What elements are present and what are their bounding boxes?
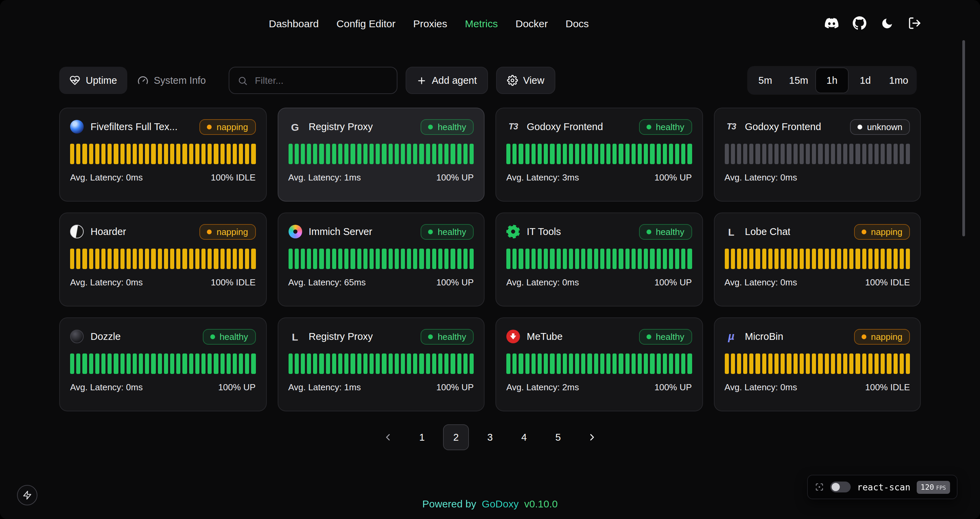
footer-brand[interactable]: GoDoxy [482, 498, 519, 509]
nav-item-docker[interactable]: Docker [515, 18, 548, 29]
status-label: healthy [656, 121, 684, 132]
service-name: Fivefilters Full Tex... [91, 121, 178, 132]
page-5[interactable]: 5 [545, 424, 571, 450]
status-label: healthy [438, 121, 466, 132]
status-dot [861, 229, 866, 234]
uptime-bars [288, 353, 474, 374]
service-card-hoarder[interactable]: HoardernappingAvg. Latency: 0ms100% IDLE [59, 212, 266, 307]
latency-label: Avg. Latency: 1ms [288, 382, 361, 392]
status-label: napping [871, 331, 902, 342]
microbin-icon: µ [724, 330, 738, 343]
status-badge: healthy [421, 224, 474, 240]
status-label: healthy [220, 331, 248, 342]
t3-icon: T3 [506, 120, 520, 134]
search-icon [237, 75, 247, 85]
nav-item-metrics[interactable]: Metrics [465, 18, 498, 29]
time-range-5m[interactable]: 5m [749, 67, 782, 93]
status-badge: healthy [421, 119, 474, 134]
filter-input[interactable] [253, 74, 388, 86]
uptime-bars [288, 249, 474, 269]
discord-icon[interactable] [825, 16, 838, 30]
status-badge: healthy [639, 224, 692, 240]
github-icon[interactable] [853, 16, 866, 30]
fps-badge: 120 FPS [916, 481, 950, 493]
service-card-godoxy-frontend[interactable]: T3Godoxy FrontendhealthyAvg. Latency: 3m… [495, 108, 703, 201]
next-page-button[interactable] [579, 424, 605, 450]
status-dot [861, 334, 866, 339]
letter-L-icon: L [288, 330, 302, 343]
latency-label: Avg. Latency: 3ms [506, 172, 579, 182]
latency-label: Avg. Latency: 0ms [70, 277, 143, 287]
time-range-1h[interactable]: 1h [815, 67, 849, 93]
view-label: View [523, 75, 544, 86]
service-card-dozzle[interactable]: DozzlehealthyAvg. Latency: 0ms100% UP [59, 318, 266, 411]
service-card-it-tools[interactable]: IT ToolshealthyAvg. Latency: 0ms100% UP [495, 212, 703, 307]
page-2[interactable]: 2 [443, 424, 469, 450]
react-scan-widget: react-scan 120 FPS [808, 475, 958, 499]
nav-item-config-editor[interactable]: Config Editor [337, 18, 395, 29]
add-agent-button[interactable]: Add agent [405, 67, 488, 94]
uptime-bars [724, 353, 910, 374]
uptime-bars [724, 249, 910, 269]
scrollbar-thumb[interactable] [962, 40, 965, 236]
service-card-fivefilters-full-tex[interactable]: Fivefilters Full Tex...nappingAvg. Laten… [59, 108, 266, 201]
uptime-label: 100% UP [654, 277, 692, 287]
service-card-registry-proxy[interactable]: GRegistry ProxyhealthyAvg. Latency: 1ms1… [277, 108, 485, 201]
time-range-1d[interactable]: 1d [849, 67, 882, 93]
uptime-label: 100% IDLE [211, 277, 256, 287]
nav-item-dashboard[interactable]: Dashboard [269, 18, 319, 29]
service-card-immich-server[interactable]: Immich ServerhealthyAvg. Latency: 65ms10… [277, 212, 485, 307]
react-scan-label: react-scan [857, 482, 911, 492]
status-label: napping [216, 121, 248, 132]
page-4[interactable]: 4 [511, 424, 537, 450]
service-card-microbin[interactable]: µMicroBinnappingAvg. Latency: 0ms100% ID… [714, 318, 921, 411]
tab-system-info[interactable]: System Info [127, 67, 216, 94]
status-dot [646, 229, 651, 234]
service-card-metube[interactable]: MeTubehealthyAvg. Latency: 2ms100% UP [495, 318, 703, 411]
service-name: Dozzle [91, 331, 121, 342]
service-name: MeTube [527, 331, 563, 342]
service-name: IT Tools [527, 226, 561, 237]
service-name: Registry Proxy [309, 121, 373, 132]
theme-zap-button[interactable] [17, 485, 37, 505]
status-dot [858, 124, 862, 129]
footer: Powered by GoDoxy v0.10.0 [0, 498, 980, 509]
latency-label: Avg. Latency: 0ms [724, 277, 797, 287]
gauge-icon [137, 75, 148, 86]
page-3[interactable]: 3 [477, 424, 503, 450]
latency-label: Avg. Latency: 0ms [506, 277, 579, 287]
uptime-bars [724, 144, 910, 164]
service-card-godoxy-frontend[interactable]: T3Godoxy FrontendunknownAvg. Latency: 0m… [714, 108, 921, 201]
nav-item-proxies[interactable]: Proxies [413, 18, 447, 29]
time-range-15m[interactable]: 15m [782, 67, 815, 93]
dark-mode-icon[interactable] [881, 17, 894, 30]
view-button[interactable]: View [496, 67, 555, 94]
status-dot [207, 124, 212, 129]
pagination: 12345 [375, 424, 605, 450]
uptime-bars [506, 249, 692, 269]
nav-item-docs[interactable]: Docs [566, 18, 589, 29]
inspect-icon[interactable] [815, 482, 824, 492]
latency-label: Avg. Latency: 0ms [70, 382, 143, 392]
page-1[interactable]: 1 [409, 424, 435, 450]
status-dot [646, 124, 651, 129]
services-grid: Fivefilters Full Tex...nappingAvg. Laten… [59, 108, 921, 411]
service-card-lobe-chat[interactable]: LLobe ChatnappingAvg. Latency: 0ms100% I… [714, 212, 921, 307]
status-dot [646, 334, 651, 339]
add-agent-label: Add agent [432, 75, 477, 86]
time-range-group: 5m15m1h1d1mo [747, 66, 917, 95]
status-dot [428, 334, 433, 339]
latency-label: Avg. Latency: 2ms [506, 382, 579, 392]
status-badge: healthy [421, 329, 474, 344]
uptime-bars [506, 144, 692, 164]
service-card-registry-proxy[interactable]: LRegistry ProxyhealthyAvg. Latency: 1ms1… [277, 318, 485, 411]
letter-L-icon: L [724, 225, 738, 238]
status-label: healthy [438, 331, 466, 342]
letter-G-icon: G [288, 120, 302, 134]
tab-uptime[interactable]: Uptime [59, 67, 127, 94]
react-scan-toggle[interactable] [830, 482, 851, 492]
logout-icon[interactable] [908, 16, 921, 30]
time-range-1mo[interactable]: 1mo [882, 67, 915, 93]
service-name: Registry Proxy [309, 331, 373, 342]
prev-page-button[interactable] [375, 424, 401, 450]
